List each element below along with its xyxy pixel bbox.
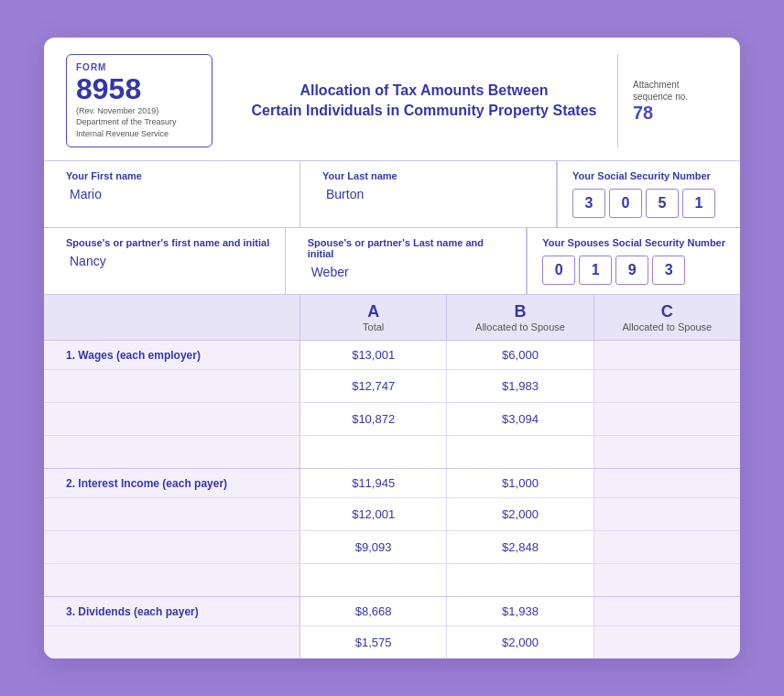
s1r0-b: $6,000: [447, 341, 593, 369]
ssn-digit-1: 0: [609, 189, 642, 218]
ssn-digit-2: 5: [646, 189, 679, 218]
s3r0-a: $8,668: [300, 597, 447, 625]
s2r2-a: $9,093: [300, 531, 447, 563]
s3r1-b: $2,000: [447, 626, 593, 658]
form-header: FORM 8958 (Rev. November 2019)Department…: [44, 38, 740, 162]
s2r3-a: [300, 564, 447, 596]
col-c-letter: C: [605, 302, 729, 321]
s2r0-c: [594, 469, 740, 497]
s2r3-c: [594, 564, 740, 596]
first-name-value: Mario: [66, 187, 285, 201]
s2r0-a: $11,945: [300, 469, 447, 497]
section-1-header: 1. Wages (each employer) $13,001 $6,000: [44, 340, 740, 369]
last-name-value: Burton: [322, 187, 541, 201]
s3r0-c: [594, 597, 740, 625]
last-name-cell: Your Last name Burton: [300, 161, 557, 227]
s2r1-b: $2,000: [447, 498, 593, 530]
ssn-digit-3: 1: [682, 189, 715, 218]
ssn-boxes: 3 0 5 1: [572, 189, 725, 218]
s2r2-c: [594, 531, 740, 563]
s3r1-c: [594, 626, 740, 658]
s2r2-label: [44, 531, 300, 563]
s2r1-a: $12,001: [300, 498, 447, 530]
col-label-header: [44, 295, 300, 340]
ssn-digit-0: 3: [572, 189, 605, 218]
ssn-cell: Your Social Security Number 3 0 5 1: [557, 161, 740, 227]
spouse-ssn-cell: Your Spouses Social Security Number 0 1 …: [527, 228, 740, 294]
section-3-label: 3. Dividends (each payer): [44, 597, 300, 625]
attachment-block: Attachmentsequence no. 78: [617, 54, 718, 148]
col-a-sub: Total: [311, 321, 435, 332]
section-2-header: 2. Interest Income (each payer) $11,945 …: [44, 468, 740, 497]
table-row: $9,093 $2,848: [44, 530, 740, 563]
section-1-label: 1. Wages (each employer): [44, 341, 300, 369]
s2r1-c: [594, 498, 740, 530]
s1r3-label: [44, 436, 300, 468]
section-2-label: 2. Interest Income (each payer): [44, 469, 300, 497]
form-title: Allocation of Tax Amounts Between Certai…: [252, 81, 597, 122]
first-name-label: Your First name: [66, 170, 285, 181]
form-label: FORM: [76, 62, 199, 72]
col-b-header: B Allocated to Spouse: [447, 295, 593, 340]
s1r2-a: $10,872: [300, 403, 447, 435]
ssn-label: Your Social Security Number: [572, 170, 725, 181]
spouse-first-label: Spouse's or partner's first name and ini…: [66, 237, 270, 248]
attachment-label: Attachmentsequence no.: [633, 79, 688, 103]
s3r0-b: $1,938: [447, 597, 593, 625]
s2r3-b: [447, 564, 593, 596]
table-row: $10,872 $3,094: [44, 402, 740, 435]
form-id-block: FORM 8958 (Rev. November 2019)Department…: [66, 54, 212, 148]
spouse-last-label: Spouse's or partner's Last name and init…: [308, 237, 512, 259]
s1r3-b: [447, 436, 593, 468]
table-section: A Total B Allocated to Spouse C Allocate…: [44, 295, 740, 658]
spouse-ssn-boxes: 0 1 9 3: [542, 256, 725, 285]
s1r0-a: $13,001: [300, 341, 447, 369]
col-a-header: A Total: [300, 295, 447, 340]
form-rev: (Rev. November 2019)Department of the Tr…: [76, 105, 199, 140]
table-row: $12,747 $1,983: [44, 369, 740, 402]
col-a-letter: A: [311, 302, 435, 321]
form-title-block: Allocation of Tax Amounts Between Certai…: [231, 54, 617, 148]
s1r0-c: [594, 341, 740, 369]
s1r1-b: $1,983: [447, 370, 593, 402]
section-3-header: 3. Dividends (each payer) $8,668 $1,938: [44, 596, 740, 625]
spouse-ssn-digit-2: 9: [615, 256, 648, 285]
spouse-last-value: Weber: [308, 265, 512, 279]
s2r2-b: $2,848: [447, 531, 593, 563]
s1r1-a: $12,747: [300, 370, 447, 402]
spouse-ssn-digit-0: 0: [542, 256, 575, 285]
s1r1-label: [44, 370, 300, 402]
table-header-row: A Total B Allocated to Spouse C Allocate…: [44, 295, 740, 340]
s2r0-b: $1,000: [447, 469, 593, 497]
s1r3-c: [594, 436, 740, 468]
col-c-sub: Allocated to Spouse: [605, 321, 729, 332]
s1r2-b: $3,094: [447, 403, 593, 435]
spouse-ssn-digit-1: 1: [579, 256, 612, 285]
s3r1-a: $1,575: [300, 626, 447, 658]
col-b-sub: Allocated to Spouse: [458, 321, 582, 332]
spouse-ssn-digit-3: 3: [652, 256, 685, 285]
form-number: 8958: [76, 74, 199, 103]
col-b-letter: B: [458, 302, 582, 321]
attachment-num: 78: [633, 103, 653, 124]
s1r2-c: [594, 403, 740, 435]
table-row: $12,001 $2,000: [44, 497, 740, 530]
table-row: [44, 435, 740, 468]
names-row-1: Your First name Mario Your Last name Bur…: [44, 161, 740, 228]
table-row: $1,575 $2,000: [44, 625, 740, 658]
s3r1-label: [44, 626, 300, 658]
s1r1-c: [594, 370, 740, 402]
spouse-first-value: Nancy: [66, 254, 270, 268]
names-row-2: Spouse's or partner's first name and ini…: [44, 228, 740, 295]
spouse-last-cell: Spouse's or partner's Last name and init…: [286, 228, 528, 294]
s2r1-label: [44, 498, 300, 530]
form-card: FORM 8958 (Rev. November 2019)Department…: [44, 38, 740, 659]
first-name-cell: Your First name Mario: [44, 161, 300, 227]
spouse-ssn-label: Your Spouses Social Security Number: [542, 237, 725, 248]
s1r2-label: [44, 403, 300, 435]
table-row: [44, 563, 740, 596]
spouse-first-cell: Spouse's or partner's first name and ini…: [44, 228, 286, 294]
last-name-label: Your Last name: [322, 170, 541, 181]
s2r3-label: [44, 564, 300, 596]
s1r3-a: [300, 436, 447, 468]
